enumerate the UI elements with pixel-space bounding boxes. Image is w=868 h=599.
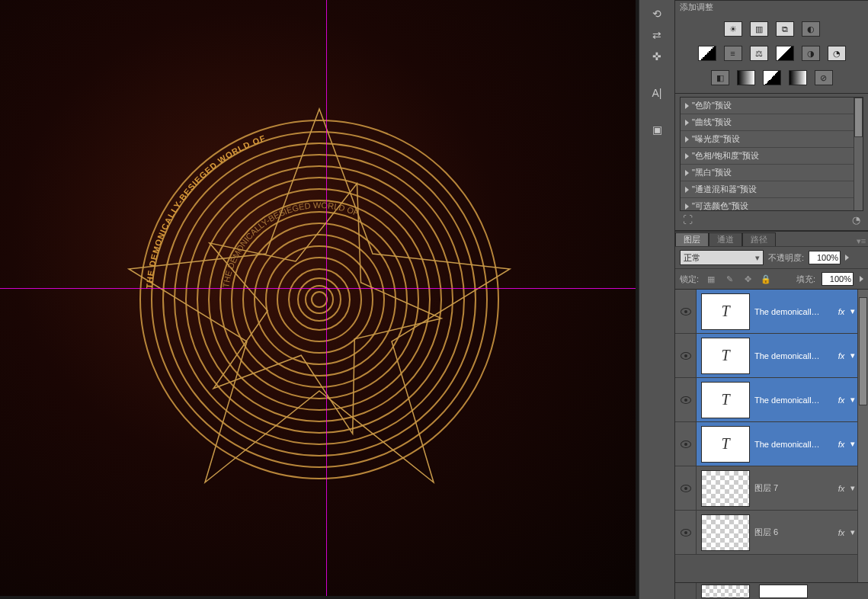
- preset-item-6[interactable]: "可选颜色"预设: [681, 198, 854, 211]
- preset-item-2[interactable]: "曝光度"预设: [681, 131, 854, 148]
- tool-presets-icon[interactable]: ✜: [645, 46, 669, 67]
- layers-scrollbar[interactable]: [857, 290, 868, 582]
- levels-icon[interactable]: ▥: [750, 21, 768, 37]
- partial-thumb-1: [701, 585, 750, 598]
- layer-row[interactable]: TThe demonicall…fx▾: [675, 422, 857, 466]
- arc-text-main: THE DEMONICALLY-BESIEGED WORLD OF: [144, 133, 267, 290]
- history-icon[interactable]: ⟲: [645, 3, 669, 24]
- layer-thumbnail[interactable]: T: [701, 338, 750, 374]
- adjustment-presets: "色阶"预设"曲线"预设"曝光度"预设"色相/饱和度"预设"黑白"预设"通道混和…: [680, 97, 863, 211]
- layer-name[interactable]: The demonicall…: [754, 396, 834, 405]
- preset-item-0[interactable]: "色阶"预设: [681, 98, 854, 114]
- layer-thumbnail[interactable]: T: [701, 426, 750, 463]
- layer-expand-icon[interactable]: ▾: [848, 439, 857, 449]
- guide-horizontal[interactable]: [0, 288, 639, 289]
- layer-row[interactable]: TThe demonicall…fx▾: [675, 290, 857, 334]
- svg-point-16: [312, 292, 327, 307]
- layer-row[interactable]: TThe demonicall…fx▾: [675, 334, 857, 378]
- selective-color-icon[interactable]: ⊘: [815, 70, 833, 85]
- character-icon[interactable]: A|: [645, 82, 669, 104]
- adjustments-title: 添加调整: [680, 2, 713, 13]
- preset-item-4[interactable]: "黑白"预设: [681, 165, 854, 181]
- brightness-contrast-icon[interactable]: ☀: [724, 21, 742, 37]
- layer-thumbnail[interactable]: T: [701, 293, 750, 330]
- layer-expand-icon[interactable]: ▾: [848, 527, 857, 537]
- layer-visibility-toggle[interactable]: [675, 466, 697, 510]
- layer-name[interactable]: 图层 6: [754, 527, 834, 538]
- layer-expand-icon[interactable]: ▾: [848, 483, 857, 493]
- actions-icon[interactable]: ⇄: [645, 24, 669, 46]
- fill-slider-icon[interactable]: [860, 276, 863, 282]
- layer-name[interactable]: The demonicall…: [754, 440, 834, 449]
- layer-visibility-toggle[interactable]: [675, 511, 697, 554]
- lock-transparency-icon[interactable]: ▦: [705, 273, 717, 285]
- expand-triangle-icon: [685, 120, 689, 126]
- svg-point-6: [209, 189, 430, 410]
- canvas-scroll-h[interactable]: [0, 596, 639, 599]
- guide-vertical[interactable]: [326, 0, 327, 599]
- clip-icon[interactable]: ◔: [852, 214, 860, 226]
- layer-thumbnail[interactable]: T: [701, 382, 750, 418]
- layer-visibility-toggle[interactable]: [675, 378, 697, 421]
- gradient-map-icon[interactable]: [789, 70, 807, 85]
- channel-mixer-icon[interactable]: ◔: [828, 46, 846, 61]
- blend-mode-select[interactable]: 正常: [680, 250, 764, 265]
- layer-expand-icon[interactable]: ▾: [848, 395, 857, 405]
- layer-expand-icon[interactable]: ▾: [848, 306, 857, 316]
- layer-effects-icon[interactable]: fx: [834, 351, 848, 360]
- layer-row[interactable]: TThe demonicall…fx▾: [675, 378, 857, 422]
- preset-item-3[interactable]: "色相/饱和度"预设: [681, 148, 854, 165]
- tab-paths[interactable]: 路径: [742, 232, 776, 246]
- layer-effects-icon[interactable]: fx: [834, 307, 848, 316]
- svg-text:THE DEMONICALLY-BESIEGED WORLD: THE DEMONICALLY-BESIEGED WORLD OF: [144, 133, 267, 290]
- layer-name[interactable]: The demonicall…: [754, 351, 834, 360]
- expand-triangle-icon: [685, 103, 689, 109]
- layer-effects-icon[interactable]: fx: [834, 484, 848, 493]
- fill-input[interactable]: [822, 272, 854, 286]
- exposure-icon[interactable]: ◐: [802, 21, 820, 37]
- tab-layers[interactable]: 图层: [675, 232, 709, 246]
- preset-item-1[interactable]: "曲线"预设: [681, 114, 854, 131]
- layer-row[interactable]: 图层 7fx▾: [675, 466, 857, 511]
- lock-pixels-icon[interactable]: ✎: [723, 273, 735, 285]
- layer-thumbnail[interactable]: [701, 514, 750, 551]
- panel-menu-icon[interactable]: ▾≡: [854, 236, 868, 246]
- photo-filter-icon[interactable]: ◑: [802, 46, 820, 61]
- vibrance-icon[interactable]: [698, 46, 716, 61]
- hue-saturation-icon[interactable]: ≡: [724, 46, 742, 61]
- layer-visibility-toggle[interactable]: [675, 290, 697, 333]
- layer-thumbnail[interactable]: [701, 470, 750, 507]
- arc-text-inner: THE DEMONICALLY-BESIEGED WORLD OF: [221, 200, 360, 288]
- invert-icon[interactable]: ◧: [711, 70, 729, 85]
- black-white-icon[interactable]: [776, 46, 794, 61]
- presets-scrollbar[interactable]: [854, 98, 863, 210]
- layer-name[interactable]: The demonicall…: [754, 307, 834, 316]
- tab-channels[interactable]: 通道: [709, 232, 742, 246]
- posterize-icon[interactable]: [737, 70, 755, 85]
- layer-effects-icon[interactable]: fx: [834, 440, 848, 449]
- navigator-icon[interactable]: ▣: [645, 119, 669, 140]
- svg-point-8: [232, 212, 407, 387]
- canvas[interactable]: THE DEMONICALLY-BESIEGED WORLD OF THE DE…: [0, 0, 639, 599]
- preset-item-5[interactable]: "通道混和器"预设: [681, 181, 854, 198]
- layer-expand-icon[interactable]: ▾: [848, 351, 857, 360]
- lock-all-icon[interactable]: 🔒: [760, 273, 772, 285]
- layer-visibility-toggle[interactable]: [675, 422, 697, 466]
- canvas-scroll-v[interactable]: [636, 0, 639, 599]
- opacity-input[interactable]: [809, 251, 841, 264]
- layer-row[interactable]: 图层 6fx▾: [675, 511, 857, 555]
- threshold-icon[interactable]: [763, 70, 781, 85]
- expand-icon[interactable]: ⛶: [683, 214, 693, 226]
- preset-label: "通道混和器"预设: [692, 184, 757, 195]
- lock-position-icon[interactable]: ✥: [741, 273, 754, 285]
- preset-label: "黑白"预设: [692, 167, 732, 178]
- expand-triangle-icon: [685, 170, 689, 176]
- opacity-slider-icon[interactable]: [845, 255, 849, 261]
- expand-triangle-icon: [685, 203, 689, 210]
- color-balance-icon[interactable]: ⚖: [750, 46, 768, 61]
- layer-effects-icon[interactable]: fx: [834, 528, 848, 537]
- layer-name[interactable]: 图层 7: [754, 482, 834, 494]
- layer-visibility-toggle[interactable]: [675, 334, 697, 377]
- layer-effects-icon[interactable]: fx: [834, 396, 848, 405]
- curves-icon[interactable]: ⧉: [776, 21, 794, 37]
